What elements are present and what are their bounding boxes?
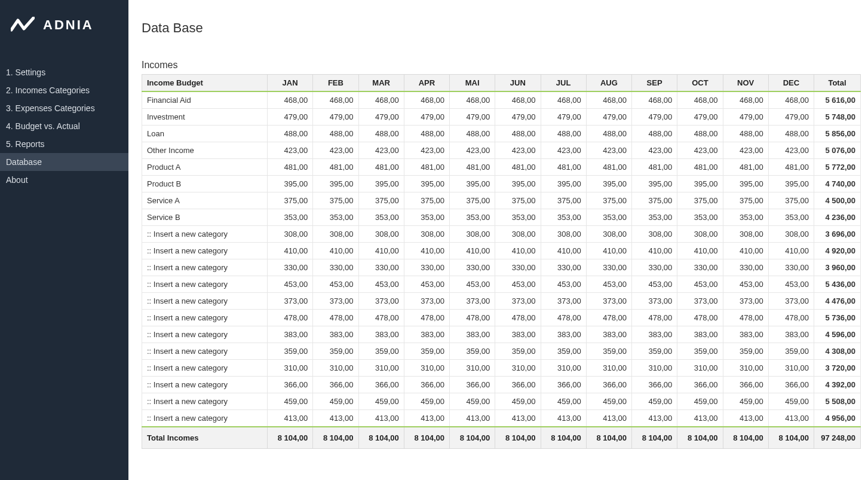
value-cell[interactable]: 395,00: [768, 176, 814, 192]
value-cell[interactable]: 359,00: [723, 343, 768, 360]
value-cell[interactable]: 383,00: [723, 326, 768, 343]
value-cell[interactable]: 359,00: [268, 343, 313, 360]
value-cell[interactable]: 353,00: [450, 209, 495, 226]
value-cell[interactable]: 330,00: [586, 259, 631, 276]
value-cell[interactable]: 468,00: [313, 91, 358, 109]
value-cell[interactable]: 468,00: [586, 91, 631, 109]
value-cell[interactable]: 383,00: [586, 326, 631, 343]
value-cell[interactable]: 359,00: [586, 343, 631, 360]
value-cell[interactable]: 479,00: [586, 109, 631, 126]
value-cell[interactable]: 481,00: [768, 159, 814, 176]
value-cell[interactable]: 375,00: [768, 192, 814, 209]
value-cell[interactable]: 373,00: [404, 293, 449, 310]
value-cell[interactable]: 373,00: [723, 293, 768, 310]
value-cell[interactable]: 395,00: [268, 176, 313, 192]
row-name-cell[interactable]: :: Insert a new category: [142, 310, 268, 326]
value-cell[interactable]: 410,00: [358, 243, 404, 259]
value-cell[interactable]: 488,00: [495, 126, 541, 142]
value-cell[interactable]: 366,00: [541, 377, 586, 393]
value-cell[interactable]: 478,00: [450, 310, 495, 326]
value-cell[interactable]: 375,00: [495, 192, 541, 209]
value-cell[interactable]: 375,00: [677, 192, 723, 209]
value-cell[interactable]: 383,00: [677, 326, 723, 343]
value-cell[interactable]: 395,00: [632, 176, 677, 192]
value-cell[interactable]: 359,00: [677, 343, 723, 360]
value-cell[interactable]: 383,00: [313, 326, 358, 343]
row-name-cell[interactable]: :: Insert a new category: [142, 293, 268, 310]
value-cell[interactable]: 413,00: [313, 410, 358, 427]
value-cell[interactable]: 383,00: [268, 326, 313, 343]
value-cell[interactable]: 308,00: [632, 226, 677, 243]
row-name-cell[interactable]: Loan: [142, 126, 268, 142]
value-cell[interactable]: 468,00: [768, 91, 814, 109]
row-name-cell[interactable]: :: Insert a new category: [142, 393, 268, 410]
value-cell[interactable]: 423,00: [632, 142, 677, 159]
value-cell[interactable]: 488,00: [404, 126, 449, 142]
value-cell[interactable]: 330,00: [313, 259, 358, 276]
value-cell[interactable]: 479,00: [358, 109, 404, 126]
value-cell[interactable]: 410,00: [268, 243, 313, 259]
row-name-cell[interactable]: :: Insert a new category: [142, 377, 268, 393]
value-cell[interactable]: 373,00: [313, 293, 358, 310]
value-cell[interactable]: 310,00: [404, 360, 449, 377]
row-name-cell[interactable]: Service B: [142, 209, 268, 226]
value-cell[interactable]: 478,00: [495, 310, 541, 326]
value-cell[interactable]: 453,00: [723, 276, 768, 293]
value-cell[interactable]: 459,00: [404, 393, 449, 410]
value-cell[interactable]: 373,00: [632, 293, 677, 310]
value-cell[interactable]: 468,00: [495, 91, 541, 109]
value-cell[interactable]: 413,00: [268, 410, 313, 427]
value-cell[interactable]: 423,00: [404, 142, 449, 159]
value-cell[interactable]: 481,00: [541, 159, 586, 176]
value-cell[interactable]: 310,00: [768, 360, 814, 377]
value-cell[interactable]: 453,00: [541, 276, 586, 293]
value-cell[interactable]: 375,00: [268, 192, 313, 209]
value-cell[interactable]: 488,00: [541, 126, 586, 142]
value-cell[interactable]: 468,00: [358, 91, 404, 109]
value-cell[interactable]: 308,00: [541, 226, 586, 243]
value-cell[interactable]: 479,00: [632, 109, 677, 126]
value-cell[interactable]: 330,00: [632, 259, 677, 276]
value-cell[interactable]: 310,00: [313, 360, 358, 377]
value-cell[interactable]: 383,00: [541, 326, 586, 343]
value-cell[interactable]: 478,00: [723, 310, 768, 326]
value-cell[interactable]: 488,00: [586, 126, 631, 142]
value-cell[interactable]: 468,00: [677, 91, 723, 109]
value-cell[interactable]: 478,00: [358, 310, 404, 326]
value-cell[interactable]: 413,00: [586, 410, 631, 427]
value-cell[interactable]: 468,00: [404, 91, 449, 109]
value-cell[interactable]: 468,00: [632, 91, 677, 109]
value-cell[interactable]: 478,00: [768, 310, 814, 326]
value-cell[interactable]: 310,00: [541, 360, 586, 377]
value-cell[interactable]: 359,00: [495, 343, 541, 360]
value-cell[interactable]: 310,00: [358, 360, 404, 377]
sidebar-item-3[interactable]: 4. Budget vs. Actual: [0, 117, 128, 135]
value-cell[interactable]: 413,00: [495, 410, 541, 427]
value-cell[interactable]: 330,00: [358, 259, 404, 276]
value-cell[interactable]: 468,00: [268, 91, 313, 109]
value-cell[interactable]: 353,00: [768, 209, 814, 226]
value-cell[interactable]: 310,00: [723, 360, 768, 377]
value-cell[interactable]: 479,00: [450, 109, 495, 126]
value-cell[interactable]: 366,00: [358, 377, 404, 393]
value-cell[interactable]: 395,00: [358, 176, 404, 192]
value-cell[interactable]: 423,00: [723, 142, 768, 159]
value-cell[interactable]: 488,00: [450, 126, 495, 142]
row-name-cell[interactable]: Investment: [142, 109, 268, 126]
value-cell[interactable]: 481,00: [677, 159, 723, 176]
value-cell[interactable]: 481,00: [723, 159, 768, 176]
value-cell[interactable]: 383,00: [768, 326, 814, 343]
value-cell[interactable]: 373,00: [268, 293, 313, 310]
value-cell[interactable]: 308,00: [358, 226, 404, 243]
value-cell[interactable]: 488,00: [723, 126, 768, 142]
value-cell[interactable]: 375,00: [632, 192, 677, 209]
value-cell[interactable]: 373,00: [358, 293, 404, 310]
value-cell[interactable]: 413,00: [723, 410, 768, 427]
row-name-cell[interactable]: Other Income: [142, 142, 268, 159]
value-cell[interactable]: 308,00: [677, 226, 723, 243]
value-cell[interactable]: 479,00: [677, 109, 723, 126]
value-cell[interactable]: 366,00: [313, 377, 358, 393]
value-cell[interactable]: 330,00: [268, 259, 313, 276]
value-cell[interactable]: 383,00: [450, 326, 495, 343]
value-cell[interactable]: 413,00: [768, 410, 814, 427]
